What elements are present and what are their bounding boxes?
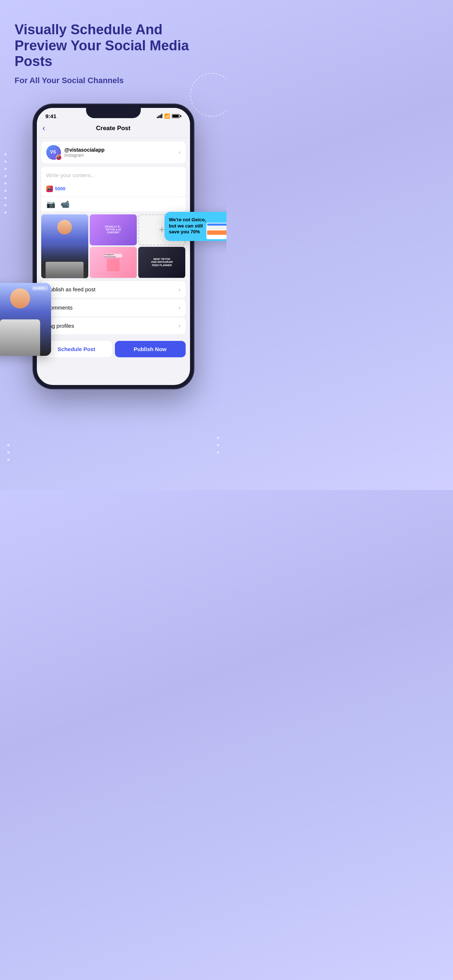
media-toolbar: 📷 📹: [41, 197, 186, 212]
phone-container: We're not Geico, but we can still save y…: [0, 104, 226, 403]
media-cell-purple[interactable]: VISUALLY D...TIKTOK & IGCONTENT: [90, 215, 137, 246]
portrait-tag: CLIENT...: [32, 286, 48, 291]
option-chevron-tag-profiles: ›: [179, 323, 180, 329]
account-platform: Instagram: [65, 153, 179, 158]
signal-bars-icon: [157, 114, 162, 118]
option-chevron-comments: ›: [179, 304, 180, 311]
hero-title: Visually Schedule And Preview Your Socia…: [14, 22, 212, 70]
options-section: Publish as feed post › Comments › Tag pr…: [41, 281, 186, 334]
video-icon[interactable]: 📹: [61, 200, 70, 208]
account-chevron-icon: ›: [179, 149, 180, 156]
option-row-comments[interactable]: Comments ›: [41, 299, 186, 316]
hero-section: Visually Schedule And Preview Your Socia…: [0, 0, 226, 93]
status-time: 9:41: [46, 113, 57, 119]
media-cell-pink[interactable]: Instagram announcing: [90, 247, 137, 278]
floating-portrait-card: CLIENT...: [0, 283, 51, 356]
account-name: @vistasocialapp: [65, 147, 179, 153]
publish-now-button[interactable]: Publish Now: [115, 341, 186, 357]
account-row[interactable]: VS 📷 @vistasocialapp Instagram ›: [41, 142, 186, 163]
media-grid: VISUALLY D...TIKTOK & IGCONTENT + Instag…: [41, 215, 186, 278]
back-button[interactable]: ‹: [43, 124, 54, 133]
media-cell-portrait[interactable]: [41, 215, 88, 278]
option-chevron-feed-post: ›: [179, 286, 180, 293]
decorative-dots-bottom-left: [7, 444, 10, 461]
account-avatar: VS 📷: [46, 145, 61, 160]
add-icon: +: [159, 224, 165, 235]
gecko-icon: 🦎: [223, 221, 226, 241]
phone-notch: [86, 108, 141, 118]
camera-icon[interactable]: 📷: [46, 200, 56, 208]
option-row-tag-profiles[interactable]: Tag profiles ›: [41, 318, 186, 334]
phone-frame: 9:41 📶 ‹ Create Post: [33, 104, 194, 389]
decorative-dots-bottom-right: [217, 437, 219, 453]
content-placeholder: Write your content...: [46, 170, 180, 184]
nav-title: Create Post: [54, 125, 173, 132]
ad-text: We're not Geico, but we can still save y…: [169, 217, 213, 235]
media-cell-dark[interactable]: NEW! TIKTOKAND INSTAGRAMFEED PLANNER: [138, 247, 185, 278]
wifi-icon: 📶: [164, 113, 170, 119]
instagram-badge-icon: 📷: [56, 154, 62, 161]
char-count: 5000: [55, 186, 65, 191]
char-count-row: 📷 5000: [46, 184, 180, 195]
nav-bar: ‹ Create Post: [37, 121, 190, 138]
account-info: @vistasocialapp Instagram: [65, 147, 179, 158]
bottom-buttons: Schedule Post Publish Now: [41, 337, 186, 361]
option-row-feed-post[interactable]: Publish as feed post ›: [41, 281, 186, 298]
content-area[interactable]: Write your content... 📷 5000: [41, 167, 186, 197]
schedule-post-button[interactable]: Schedule Post: [41, 341, 112, 357]
hero-subtitle: For All Your Social Channels: [14, 75, 212, 86]
battery-icon: [172, 114, 181, 118]
status-icons: 📶: [157, 113, 181, 119]
floating-ad-card: We're not Geico, but we can still save y…: [164, 212, 226, 241]
instagram-icon: 📷: [46, 186, 53, 192]
option-label-feed-post: Publish as feed post: [46, 286, 96, 293]
